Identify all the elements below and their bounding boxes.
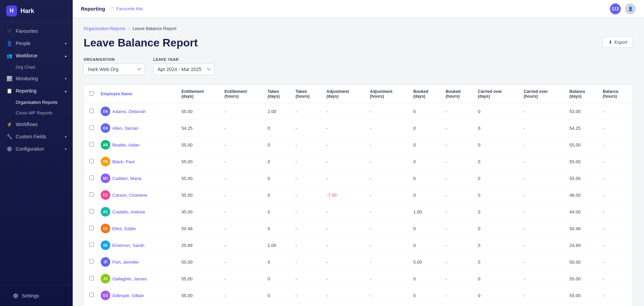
taken-days-val: 0 (264, 270, 292, 287)
employee-name-cell: AC Costello, Andrea (97, 204, 178, 220)
sidebar-item-people[interactable]: 👤 People ▾ (0, 37, 73, 50)
sidebar-nav: ♡ Favourites 👤 People ▾ 👥 Workforce ▴ Or… (0, 22, 73, 285)
carried-over-days-val: 0 (474, 204, 520, 220)
booked-hours-val: - (442, 220, 475, 237)
entitlement-hours-val: - (221, 220, 264, 237)
sidebar-item-label: Reporting (16, 88, 37, 94)
row-checkbox-cell (84, 304, 97, 306)
topbar-section-title: Reporting (81, 6, 105, 12)
employee-name-link[interactable]: Gillespie, Gillian (112, 293, 144, 298)
sidebar-logo[interactable]: H Hark (0, 0, 73, 22)
employee-name-link[interactable]: Costello, Andrea (112, 209, 145, 214)
booked-days-val: 1.00 (410, 204, 442, 220)
adjustment-days-val: - (323, 270, 367, 287)
taken-hours-val: - (292, 287, 323, 304)
taken-hours-val: - (292, 237, 323, 254)
employee-name-link[interactable]: Adams, Deborah (112, 109, 146, 114)
row-checkbox[interactable] (89, 192, 94, 197)
employee-avatar: PB (101, 157, 110, 166)
adjustment-days-val: - (323, 304, 367, 306)
taken-hours-val: - (292, 254, 323, 270)
employee-name-link[interactable]: Cadden, Maria (112, 176, 141, 181)
employee-name-link[interactable]: Elliot, Eddie (112, 226, 136, 231)
sidebar-item-org-chart[interactable]: Org Chart (0, 62, 73, 72)
entitlement-hours-val: - (221, 170, 264, 187)
entitlement-days-col: Entitlement(days) (178, 85, 221, 103)
row-checkbox[interactable] (89, 159, 94, 163)
sidebar-item-label: People (16, 41, 31, 46)
heart-icon: ♡ (111, 6, 115, 11)
taken-days-val: 0 (264, 204, 292, 220)
page-header: Leave Balance Report ⬇ Export (84, 37, 633, 49)
sidebar-item-organisation-reports[interactable]: Organisation Reports (0, 97, 73, 108)
settings-item[interactable]: ⚙️ Settings (6, 290, 67, 302)
employee-name-link[interactable]: Black, Paul (112, 159, 134, 164)
employee-avatar: GG (101, 291, 110, 300)
employee-name-link[interactable]: Carson, Charlene (112, 193, 147, 198)
sidebar-item-cross-wf-reports[interactable]: Cross-WF Reports (0, 108, 73, 118)
balance-days-val: 25.00 (566, 304, 600, 306)
employee-name-cell: DA Allen, Declan (97, 120, 178, 137)
row-checkbox[interactable] (89, 276, 94, 280)
settings-icon: ⚙️ (12, 293, 18, 298)
sidebar-footer[interactable]: ⚙️ Settings (0, 285, 73, 306)
row-checkbox[interactable] (89, 125, 94, 130)
sidebar-item-monitoring[interactable]: 📊 Monitoring ▾ (0, 72, 73, 85)
employee-avatar: AC (101, 207, 110, 217)
carried-over-hours-val: - (520, 103, 566, 120)
row-checkbox-cell (84, 287, 97, 304)
export-button[interactable]: ⬇ Export (603, 37, 633, 48)
entitlement-hours-val: - (221, 287, 264, 304)
employee-name-link[interactable]: Fish, Jennifer (112, 260, 139, 265)
booked-hours-val: - (442, 287, 475, 304)
entitlement-days-val: 45.00 (178, 204, 221, 220)
sidebar-item-workflows[interactable]: ⚡ Workflows (0, 118, 73, 130)
taken-days-val: 0 (264, 220, 292, 237)
entitlement-hours-val: - (221, 237, 264, 254)
row-checkbox[interactable] (89, 242, 94, 247)
adjustment-hours-val: - (367, 103, 410, 120)
carried-over-days-val: 0 (474, 270, 520, 287)
select-all-checkbox[interactable] (89, 91, 94, 96)
table-row: DA Adams, Deborah 55.00 - 2.00 - - - 0 -… (84, 103, 633, 120)
sidebar-item-favourites[interactable]: ♡ Favourites (0, 25, 73, 37)
row-checkbox[interactable] (89, 142, 94, 147)
page-content: Organisation Reports › Leave Balance Rep… (73, 18, 644, 306)
row-checkbox-cell (84, 120, 97, 137)
booked-hours-val: - (442, 103, 475, 120)
row-checkbox[interactable] (89, 259, 94, 264)
booked-hours-col: Booked(hours) (442, 85, 475, 103)
row-checkbox-cell (84, 187, 97, 204)
leave-year-select[interactable]: Apr 2024 - Mar 2025Apr 2023 - Mar 2024Ap… (153, 64, 215, 75)
balance-hours-val: - (599, 237, 633, 254)
sidebar-item-configuration[interactable]: ⚙️ Configuration ▾ (0, 143, 73, 155)
carried-over-hours-val: - (520, 270, 566, 287)
employee-name-link[interactable]: Gallagher, James (112, 276, 147, 281)
booked-hours-val: - (442, 153, 475, 170)
booked-hours-val: - (442, 170, 475, 187)
row-checkbox[interactable] (89, 226, 94, 230)
sidebar-item-custom-fields[interactable]: 🔧 Custom Fields ▾ (0, 130, 73, 143)
employee-name-link[interactable]: Allen, Declan (112, 126, 139, 131)
favourite-button[interactable]: ♡ Favourite this (111, 6, 143, 11)
breadcrumb-parent-link[interactable]: Organisation Reports (84, 26, 126, 31)
taken-hours-col: Taken(hours) (292, 85, 323, 103)
organisation-select[interactable]: Hark Web Org (84, 64, 145, 75)
row-checkbox[interactable] (89, 293, 94, 297)
row-checkbox[interactable] (89, 176, 94, 180)
row-checkbox[interactable] (89, 109, 94, 113)
carried-over-hours-val: - (520, 204, 566, 220)
sidebar-item-reporting[interactable]: 📋 Reporting ▴ (0, 85, 73, 97)
carried-over-days-val: 0 (474, 237, 520, 254)
user-avatar[interactable]: 👤 (625, 3, 636, 14)
topbar: Reporting ♡ Favourite this 112 👤 (73, 0, 644, 18)
taken-days-val: 0 (264, 137, 292, 153)
taken-days-col: Taken(days) (264, 85, 292, 103)
employee-name-link[interactable]: Beattie, Aidan (112, 142, 140, 148)
balance-hours-val: - (599, 254, 633, 270)
row-checkbox[interactable] (89, 209, 94, 213)
notification-badge[interactable]: 112 (610, 3, 621, 14)
entitlement-days-val: 55.00 (178, 254, 221, 270)
employee-name-link[interactable]: Emerson, Sarah (112, 243, 144, 248)
sidebar-item-workforce[interactable]: 👥 Workforce ▴ (0, 50, 73, 62)
